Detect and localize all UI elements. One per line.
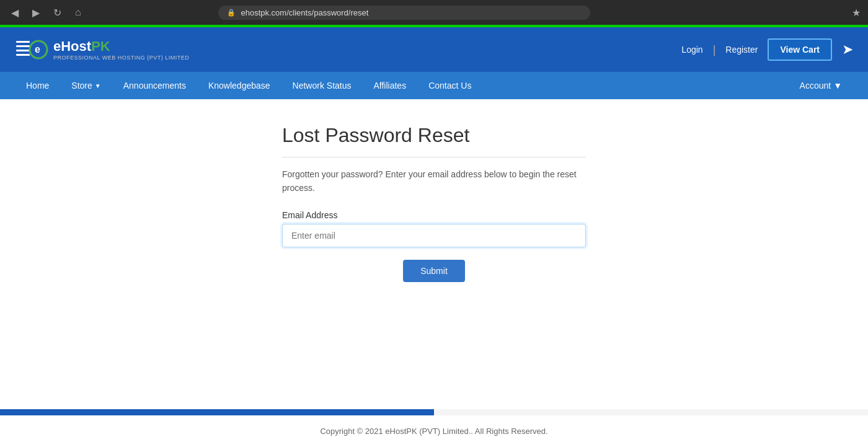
logo-icon: e	[15, 35, 51, 64]
logout-icon[interactable]: ➤	[842, 42, 853, 58]
logo-area[interactable]: e eHostPK PROFESSIONAL WEB HOSTING (PVT)…	[15, 35, 189, 64]
back-button[interactable]: ◀	[7, 4, 22, 21]
forward-button[interactable]: ▶	[29, 4, 43, 21]
login-link[interactable]: Login	[681, 45, 702, 55]
nav-announcements[interactable]: Announcements	[112, 72, 197, 99]
svg-rect-2	[16, 50, 30, 51]
bookmark-icon[interactable]: ★	[852, 7, 861, 19]
main-content: Lost Password Reset Forgotten your passw…	[0, 99, 868, 409]
nav-knowledgebase[interactable]: Knowledgebase	[197, 72, 281, 99]
url-text: ehostpk.com/clients/password/reset	[241, 8, 368, 17]
page-title: Lost Password Reset	[282, 124, 586, 157]
page-description: Forgotten your password? Enter your emai…	[282, 167, 586, 195]
nav-right: Account ▼	[789, 72, 853, 99]
view-cart-button[interactable]: View Cart	[768, 38, 832, 61]
nav-contact[interactable]: Contact Us	[417, 72, 482, 99]
nav-affiliates[interactable]: Affiliates	[363, 72, 418, 99]
account-caret: ▼	[833, 81, 842, 91]
site-nav: Home Store ▼ Announcements Knowledgebase…	[0, 72, 868, 99]
email-label: Email Address	[282, 210, 586, 220]
header-divider: |	[713, 43, 716, 56]
svg-rect-0	[16, 41, 30, 43]
submit-button[interactable]: Submit	[403, 260, 465, 282]
header-actions: Login | Register View Cart ➤	[681, 38, 853, 61]
store-caret: ▼	[95, 82, 101, 89]
footer-accent-bar	[0, 409, 434, 415]
nav-account[interactable]: Account ▼	[789, 72, 853, 99]
nav-left: Home Store ▼ Announcements Knowledgebase…	[15, 72, 482, 99]
email-input[interactable]	[282, 224, 586, 247]
svg-rect-1	[16, 45, 30, 47]
lock-icon: 🔒	[227, 9, 236, 17]
nav-home[interactable]: Home	[15, 72, 60, 99]
svg-rect-3	[16, 54, 30, 56]
logo-text-area: eHostPK PROFESSIONAL WEB HOSTING (PVT) L…	[53, 38, 189, 61]
address-bar[interactable]: 🔒 ehostpk.com/clients/password/reset	[218, 6, 590, 20]
logo-name: eHost	[53, 38, 91, 55]
logo-pk: PK	[91, 38, 110, 55]
nav-store[interactable]: Store ▼	[60, 72, 112, 99]
register-link[interactable]: Register	[725, 45, 758, 55]
footer-copyright: Copyright © 2021 eHostPK (PVT) Limited..…	[0, 415, 868, 447]
logo-subtitle: PROFESSIONAL WEB HOSTING (PVT) LIMITED	[53, 55, 189, 61]
password-reset-card: Lost Password Reset Forgotten your passw…	[282, 124, 586, 282]
nav-network-status[interactable]: Network Status	[281, 72, 363, 99]
browser-chrome: ◀ ▶ ↻ ⌂ 🔒 ehostpk.com/clients/password/r…	[0, 0, 868, 25]
reload-button[interactable]: ↻	[50, 4, 65, 21]
site-footer: Copyright © 2021 eHostPK (PVT) Limited..…	[0, 409, 868, 447]
home-button[interactable]: ⌂	[71, 4, 85, 20]
svg-text:e: e	[35, 44, 40, 55]
password-reset-form: Email Address Submit	[282, 210, 586, 282]
site-header: e eHostPK PROFESSIONAL WEB HOSTING (PVT)…	[0, 27, 868, 72]
